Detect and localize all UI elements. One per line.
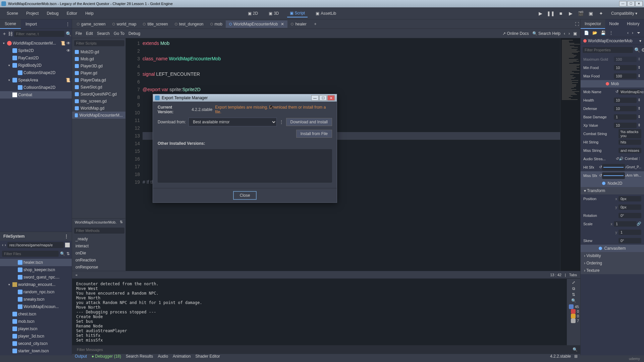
new-icon[interactable]: 📄: [584, 31, 589, 35]
bottom-tab[interactable]: ● Debugger (18): [92, 354, 121, 359]
filesystem-tree[interactable]: healer.tscnshop_keeper.tscnsword_quest_n…: [0, 258, 72, 355]
script-menu-go-to[interactable]: Go To: [114, 31, 124, 36]
nav-fwd-icon[interactable]: ›: [5, 243, 6, 247]
log-count-badge[interactable]: 0: [568, 309, 579, 314]
scene-tab[interactable]: title_screen: [140, 20, 171, 28]
expand-icon[interactable]: ⤢: [572, 280, 575, 285]
mirror-menu-icon[interactable]: ⋮: [279, 120, 283, 124]
property-section[interactable]: › Texture: [581, 267, 644, 274]
property-group[interactable]: CanvasItem: [581, 245, 644, 252]
property-row[interactable]: Miss Sfx↺♪Arm Wh...: [581, 171, 644, 180]
script-menu-edit[interactable]: Edit: [86, 31, 93, 36]
property-row[interactable]: Audio Strea...↺🔊 Combat⋮: [581, 155, 644, 163]
property-row[interactable]: Combat String%s attacks you: [581, 129, 644, 138]
fs-item[interactable]: ▾worldmap_encount...: [0, 281, 72, 288]
open-icon[interactable]: 📂: [592, 31, 597, 35]
property-row[interactable]: Hit Stringhits: [581, 138, 644, 146]
fs-filter-input[interactable]: [2, 251, 59, 257]
log-count-badge[interactable]: 0: [568, 314, 579, 318]
scene-node[interactable]: Combat: [0, 91, 72, 99]
property-row[interactable]: Hit Sfx↺♪Grunt_P...: [581, 163, 644, 171]
scene-tab[interactable]: test_dungeon: [171, 20, 207, 28]
filter-properties-input[interactable]: [583, 47, 633, 53]
dialog-close-button[interactable]: Close: [233, 191, 257, 200]
sort-icon[interactable]: ⇅: [572, 292, 575, 297]
scene-node[interactable]: RayCast2D: [0, 54, 72, 62]
menu-project[interactable]: Project: [22, 9, 43, 18]
tab-history[interactable]: History: [623, 19, 643, 29]
install-from-file-button[interactable]: Install from File: [296, 130, 332, 138]
property-row[interactable]: y0px: [581, 203, 644, 211]
property-row[interactable]: Miss Stringand misses: [581, 146, 644, 155]
settings-icon[interactable]: ⚙: [641, 47, 644, 53]
renderer-select[interactable]: Compatibility ▾: [607, 10, 641, 17]
filter-icon[interactable]: 🔍: [571, 298, 576, 303]
property-row[interactable]: Positionx0px: [581, 194, 644, 203]
fs-path[interactable]: res://scenes/game/maps/e: [7, 242, 64, 248]
fs-item[interactable]: player.tscn: [0, 325, 72, 333]
viewport-tab-assetlib[interactable]: ▣AssetLib: [313, 9, 339, 17]
tab-scene[interactable]: Scene: [0, 19, 21, 29]
fs-item[interactable]: shop_keeper.tscn: [0, 266, 72, 274]
scene-tab[interactable]: mob: [207, 20, 226, 28]
fs-menu-icon[interactable]: ⋮: [64, 234, 68, 239]
property-row[interactable]: Defense10⇕: [581, 104, 644, 113]
search-icon[interactable]: 🔍: [66, 31, 71, 37]
menu-scene[interactable]: Scene: [3, 9, 22, 18]
scene-tab[interactable]: world_map: [109, 20, 140, 28]
scene-node[interactable]: ▾WorldMapEncounterM...📜 👁: [0, 40, 72, 47]
property-row[interactable]: Scalex1🔗: [581, 220, 644, 228]
hist-menu-icon[interactable]: ⏷: [637, 31, 641, 35]
add-node-icon[interactable]: ＋: [2, 31, 7, 37]
property-section[interactable]: › Ordering: [581, 259, 644, 267]
scene-tree[interactable]: ▾WorldMapEncounterM...📜 👁Sprite2D👁RayCas…: [0, 39, 72, 232]
method-item[interactable]: onResponse: [72, 264, 125, 271]
scene-node[interactable]: ▾RigidBody2D: [0, 62, 72, 69]
bottom-tab[interactable]: Output: [75, 354, 87, 359]
filter-scripts-input[interactable]: [74, 40, 124, 46]
method-list[interactable]: _readyinteractonDieonReactiononResponse: [72, 236, 125, 271]
script-file[interactable]: WorldMapEncounterM...: [72, 112, 125, 119]
search-help-link[interactable]: 🔍 Search Help: [532, 31, 560, 36]
hist-fwd-icon[interactable]: ›: [632, 31, 633, 35]
property-row[interactable]: Min Food10⇕: [581, 63, 644, 72]
sort-icon[interactable]: ⇅: [120, 220, 123, 224]
scene-tab[interactable]: game_screen: [73, 20, 109, 28]
dialog-x-button[interactable]: ✕: [327, 95, 335, 101]
property-row[interactable]: Max Food100⇕: [581, 72, 644, 80]
property-row[interactable]: Base Damage1⇕: [581, 113, 644, 121]
scene-filter-input[interactable]: [14, 31, 64, 37]
fs-item[interactable]: mob.tscn: [0, 318, 72, 325]
tab-node[interactable]: Node: [605, 19, 623, 29]
add-tab-button[interactable]: ＋: [310, 20, 321, 28]
search-icon[interactable]: 🔍: [573, 347, 578, 352]
scene-tab[interactable]: healer: [287, 20, 310, 28]
play-custom-button[interactable]: ▣: [588, 10, 594, 17]
output-log[interactable]: Encounter detected from the north. Move …: [72, 279, 567, 345]
fold-icon[interactable]: «: [75, 273, 77, 277]
property-row[interactable]: Xp Value10⇕: [581, 121, 644, 129]
method-item[interactable]: _ready: [72, 236, 125, 243]
viewport-tab-2d[interactable]: ▣2D: [245, 9, 261, 17]
property-group[interactable]: Node2D: [581, 180, 644, 187]
search-icon[interactable]: 🔍: [634, 47, 640, 53]
nav-prev-icon[interactable]: ‹: [564, 31, 565, 36]
fs-item[interactable]: second_city.tscn: [0, 340, 72, 347]
inspector-object[interactable]: WorldMapEncounterMob ▾: [581, 37, 644, 45]
script-menu-file[interactable]: File: [75, 31, 82, 36]
download-install-button[interactable]: Download and Install: [286, 118, 332, 126]
property-row[interactable]: y1: [581, 228, 644, 236]
hist-back-icon[interactable]: ‹: [627, 31, 629, 35]
pause-button[interactable]: ❚❚: [547, 10, 554, 17]
property-row[interactable]: Maximum Gold100⇕: [581, 55, 644, 63]
fs-item[interactable]: healer.tscn: [0, 259, 72, 266]
distraction-free-icon[interactable]: ⛶: [575, 22, 579, 26]
dialog-maximize-button[interactable]: ☐: [319, 95, 327, 101]
log-count-badge[interactable]: 45: [568, 304, 579, 309]
fs-item[interactable]: random_npc.tscn: [0, 288, 72, 296]
script-file[interactable]: Mob2D.gd: [72, 48, 125, 55]
scene-node[interactable]: Sprite2D👁: [0, 47, 72, 54]
nav-next-icon[interactable]: ›: [569, 31, 570, 36]
property-row[interactable]: Rotation0°: [581, 211, 644, 220]
fs-view-icon[interactable]: ⇅: [66, 251, 70, 256]
